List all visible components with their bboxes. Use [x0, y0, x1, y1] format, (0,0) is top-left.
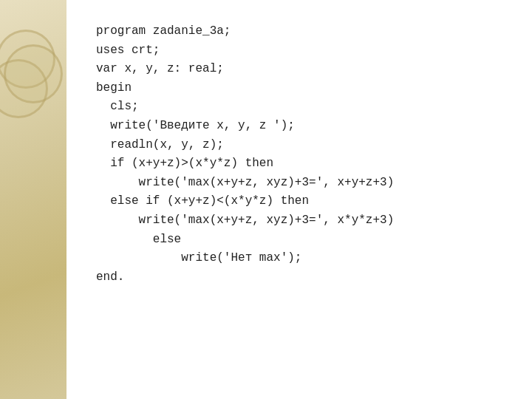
circle-3 [4, 44, 63, 103]
decorative-circles [0, 22, 66, 170]
main-content: program zadanie_3a; uses crt; var x, y, … [66, 0, 532, 399]
code-block: program zadanie_3a; uses crt; var x, y, … [96, 22, 394, 287]
sidebar-panel [0, 0, 66, 399]
